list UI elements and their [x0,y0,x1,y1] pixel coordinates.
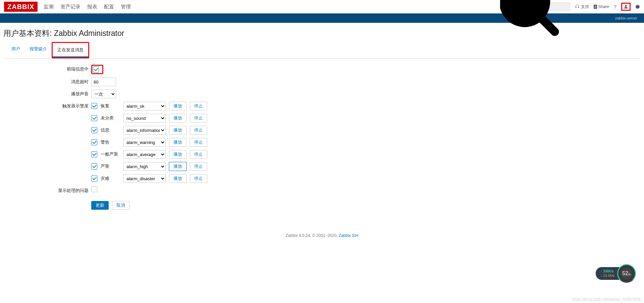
severity-name: 严重 [101,163,120,169]
severity-checkbox[interactable] [91,127,97,133]
support-link[interactable]: 支持 [575,4,589,10]
play-button[interactable]: 播放 [169,102,186,110]
frontend-label: 前端信息中 [3,65,91,72]
help-icon: ? [614,4,616,10]
logo[interactable]: ZABBIX [4,2,38,12]
nav-monitoring[interactable]: 监测 [44,4,54,10]
tab-user[interactable]: 用户 [7,42,25,58]
help-link[interactable]: ? [614,4,616,10]
stop-button[interactable]: 停止 [190,150,207,159]
severity-name: 灾难 [101,175,120,182]
stop-button[interactable]: 停止 [190,138,207,147]
share-link[interactable]: Z Share [594,4,609,9]
form-card: 用户 报警媒介 正在发送消息 前端信息中 消息超时 播放声音 一次 [3,42,641,216]
stop-button[interactable]: 停止 [190,162,207,171]
headset-icon [575,4,580,9]
severity-sound-select[interactable]: alarm_disaster [123,174,166,183]
severity-sound-select[interactable]: alarm_warning [123,138,166,147]
main-nav: 监测 资产记录 报表 配置 管理 [44,4,131,10]
nav-reports[interactable]: 报表 [87,4,97,10]
search-icon [500,0,568,41]
severity-row: 警告alarm_warning播放停止 [91,138,207,147]
severity-grid: 恢复alarm_ok播放停止未分类no_sound播放停止信息alarm_inf… [91,102,207,183]
footer: Zabbix 4.0.24. © 2001–2020, Zabbix SIA [0,226,644,245]
play-button[interactable]: 播放 [169,126,186,135]
severity-checkbox[interactable] [91,139,97,145]
severity-sound-select[interactable]: alarm_ok [123,102,166,110]
timeout-label: 消息超时 [3,78,91,85]
topbar-right: 支持 Z Share ? [500,2,640,11]
severity-checkbox[interactable] [91,103,97,109]
severity-sound-select[interactable]: alarm_high [123,162,166,171]
severity-name: 警告 [101,139,120,145]
severity-name: 一般严重 [101,151,120,157]
search-input[interactable] [500,2,570,11]
suppressed-checkbox[interactable] [91,186,97,192]
severity-sound-select[interactable]: alarm_information [123,126,166,135]
severity-name: 未分类 [101,115,120,121]
user-icon [624,4,628,9]
severity-label: 触发器示警度 [3,102,91,109]
tabs: 用户 报警媒介 正在发送消息 [3,42,641,59]
stop-button[interactable]: 停止 [190,126,207,135]
severity-row: 信息alarm_information播放停止 [91,126,207,135]
share-icon: Z [594,5,597,9]
share-label: Share [598,4,609,9]
severity-name: 信息 [101,127,120,133]
play-button[interactable]: 播放 [169,150,186,159]
severity-sound-select[interactable]: alarm_average [123,150,166,159]
play-button[interactable]: 播放 [169,174,186,183]
stop-button[interactable]: 停止 [190,114,207,122]
severity-row: 未分类no_sound播放停止 [91,114,207,122]
frontend-checkbox[interactable] [93,66,99,72]
severity-row: 灾难alarm_disaster播放停止 [91,174,207,183]
timeout-input[interactable] [91,78,116,86]
suppressed-label: 显示处理的问题 [3,186,91,194]
nav-inventory[interactable]: 资产记录 [60,4,80,10]
severity-sound-select[interactable]: no_sound [123,114,166,122]
nav-admin[interactable]: 管理 [121,4,131,10]
severity-row: 一般严重alarm_average播放停止 [91,150,207,159]
highlight-frontend-checkbox [91,65,103,74]
severity-checkbox[interactable] [91,115,97,121]
footer-text: Zabbix 4.0.24. © 2001–2020, [286,233,339,238]
play-button[interactable]: 播放 [169,162,186,171]
tab-media[interactable]: 报警媒介 [25,42,52,58]
stop-button[interactable]: 停止 [190,174,207,183]
footer-link[interactable]: Zabbix SIA [339,233,359,238]
sound-label: 播放声音 [3,90,91,97]
nav-config[interactable]: 配置 [104,4,114,10]
severity-checkbox[interactable] [91,151,97,157]
topbar: ZABBIX 监测 资产记录 报表 配置 管理 支持 Z Share ? [0,0,644,13]
severity-checkbox[interactable] [91,175,97,182]
cancel-button[interactable]: 取消 [112,201,129,210]
tab-messaging[interactable]: 正在发送消息 [53,43,88,57]
severity-row: 严重alarm_high播放停止 [91,162,207,171]
power-icon [635,4,640,9]
severity-checkbox[interactable] [91,163,97,169]
profile-link[interactable] [624,4,628,9]
form: 前端信息中 消息超时 播放声音 一次 触发器示警度 [3,59,641,210]
server-name: zabbix-server [615,16,637,20]
severity-row: 恢复alarm_ok播放停止 [91,102,207,110]
support-label: 支持 [581,4,589,10]
highlight-tab: 正在发送消息 [52,42,89,58]
sound-select[interactable]: 一次 [91,90,116,98]
stop-button[interactable]: 停止 [190,102,207,110]
play-button[interactable]: 播放 [169,138,186,147]
severity-name: 恢复 [101,103,120,109]
highlight-user [621,3,631,11]
logout-link[interactable] [635,4,640,9]
update-button[interactable]: 更新 [91,201,109,210]
play-button[interactable]: 播放 [169,114,186,122]
